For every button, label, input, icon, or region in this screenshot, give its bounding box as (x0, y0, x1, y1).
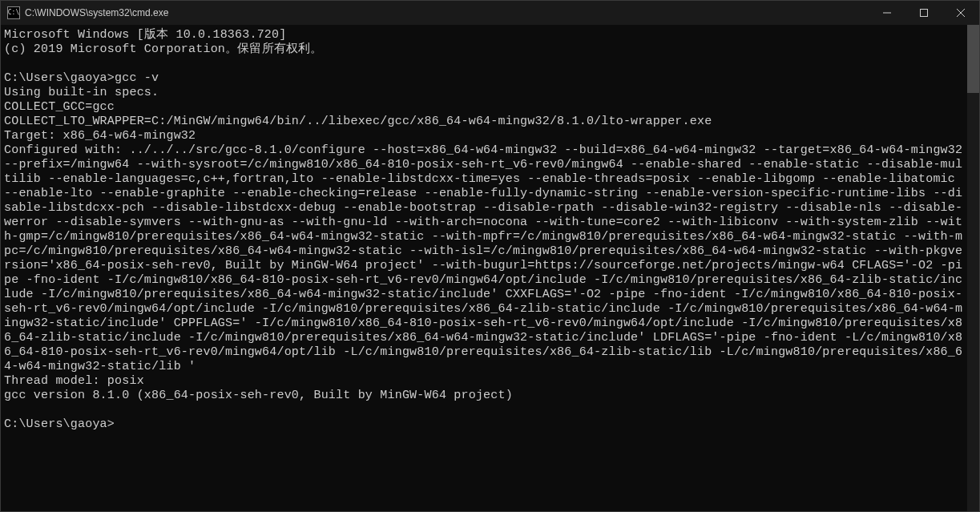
maximize-button[interactable] (905, 1, 942, 25)
window-controls (869, 1, 979, 25)
scrollbar-track[interactable] (967, 25, 979, 511)
terminal-output[interactable]: Microsoft Windows [版本 10.0.18363.720] (c… (1, 25, 967, 511)
scrollbar-thumb[interactable] (967, 25, 979, 93)
minimize-button[interactable] (869, 1, 905, 25)
cmd-icon: C:\ (7, 6, 20, 19)
svg-rect-0 (921, 10, 928, 17)
maximize-icon (920, 9, 928, 17)
minimize-icon (883, 9, 891, 17)
titlebar[interactable]: C:\ C:\WINDOWS\system32\cmd.exe (1, 1, 979, 25)
cmd-window: C:\ C:\WINDOWS\system32\cmd.exe Microsof… (0, 0, 980, 512)
window-title: C:\WINDOWS\system32\cmd.exe (25, 7, 869, 18)
close-button[interactable] (942, 1, 979, 25)
close-icon (957, 9, 965, 17)
content-area: Microsoft Windows [版本 10.0.18363.720] (c… (1, 25, 979, 511)
